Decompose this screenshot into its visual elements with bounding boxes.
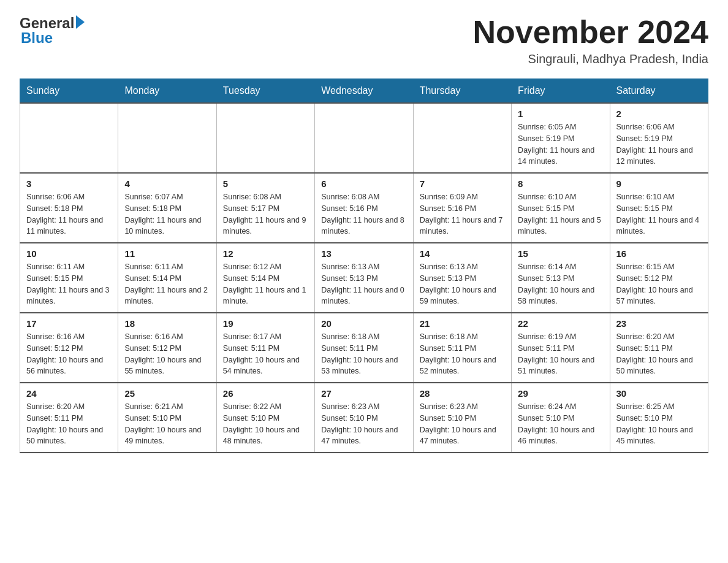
calendar-week-row: 24 Sunrise: 6:20 AMSunset: 5:11 PMDaylig…: [20, 383, 708, 453]
weekday-header: Saturday: [610, 79, 708, 104]
day-info: Sunrise: 6:25 AMSunset: 5:10 PMDaylight:…: [616, 401, 702, 447]
calendar-cell: 11 Sunrise: 6:11 AMSunset: 5:14 PMDaylig…: [118, 243, 216, 313]
day-number: 2: [616, 109, 702, 119]
day-info: Sunrise: 6:06 AMSunset: 5:18 PMDaylight:…: [26, 191, 112, 237]
day-info: Sunrise: 6:24 AMSunset: 5:10 PMDaylight:…: [518, 401, 603, 447]
calendar-cell: 16 Sunrise: 6:15 AMSunset: 5:12 PMDaylig…: [610, 243, 708, 313]
day-info: Sunrise: 6:12 AMSunset: 5:14 PMDaylight:…: [223, 261, 308, 307]
day-info: Sunrise: 6:23 AMSunset: 5:10 PMDaylight:…: [321, 401, 406, 447]
calendar-cell: 23 Sunrise: 6:20 AMSunset: 5:11 PMDaylig…: [610, 313, 708, 383]
day-info: Sunrise: 6:11 AMSunset: 5:14 PMDaylight:…: [124, 261, 210, 307]
day-info: Sunrise: 6:18 AMSunset: 5:11 PMDaylight:…: [420, 331, 505, 377]
day-number: 22: [518, 318, 603, 329]
calendar-cell: 20 Sunrise: 6:18 AMSunset: 5:11 PMDaylig…: [315, 313, 413, 383]
day-info: Sunrise: 6:13 AMSunset: 5:13 PMDaylight:…: [420, 261, 505, 307]
calendar-cell: 7 Sunrise: 6:09 AMSunset: 5:16 PMDayligh…: [413, 173, 511, 243]
day-number: 15: [518, 248, 603, 259]
location-title: Singrauli, Madhya Pradesh, India: [473, 52, 708, 66]
day-number: 28: [420, 388, 505, 399]
day-number: 20: [321, 318, 406, 329]
day-info: Sunrise: 6:23 AMSunset: 5:10 PMDaylight:…: [420, 401, 505, 447]
weekday-header: Thursday: [413, 79, 511, 104]
day-info: Sunrise: 6:17 AMSunset: 5:11 PMDaylight:…: [223, 331, 308, 377]
day-number: 9: [616, 178, 702, 189]
calendar-cell: 8 Sunrise: 6:10 AMSunset: 5:15 PMDayligh…: [512, 173, 610, 243]
weekday-header: Sunday: [20, 79, 118, 104]
calendar-cell: 19 Sunrise: 6:17 AMSunset: 5:11 PMDaylig…: [216, 313, 314, 383]
calendar-cell: 12 Sunrise: 6:12 AMSunset: 5:14 PMDaylig…: [216, 243, 314, 313]
day-number: 19: [223, 318, 308, 329]
calendar-cell: [315, 103, 413, 173]
day-number: 25: [124, 388, 210, 399]
day-number: 13: [321, 248, 406, 259]
calendar-cell: 10 Sunrise: 6:11 AMSunset: 5:15 PMDaylig…: [20, 243, 118, 313]
day-info: Sunrise: 6:07 AMSunset: 5:18 PMDaylight:…: [124, 191, 210, 237]
calendar-cell: 9 Sunrise: 6:10 AMSunset: 5:15 PMDayligh…: [610, 173, 708, 243]
calendar-week-row: 1 Sunrise: 6:05 AMSunset: 5:19 PMDayligh…: [20, 103, 708, 173]
month-title: November 2024: [473, 15, 708, 50]
day-info: Sunrise: 6:13 AMSunset: 5:13 PMDaylight:…: [321, 261, 406, 307]
calendar-cell: 26 Sunrise: 6:22 AMSunset: 5:10 PMDaylig…: [216, 383, 314, 453]
calendar-cell: 2 Sunrise: 6:06 AMSunset: 5:19 PMDayligh…: [610, 103, 708, 173]
day-info: Sunrise: 6:06 AMSunset: 5:19 PMDaylight:…: [616, 121, 702, 167]
day-info: Sunrise: 6:11 AMSunset: 5:15 PMDaylight:…: [26, 261, 112, 307]
calendar-cell: 14 Sunrise: 6:13 AMSunset: 5:13 PMDaylig…: [413, 243, 511, 313]
day-number: 21: [420, 318, 505, 329]
weekday-header-row: SundayMondayTuesdayWednesdayThursdayFrid…: [20, 79, 708, 104]
day-number: 12: [223, 248, 308, 259]
day-info: Sunrise: 6:08 AMSunset: 5:17 PMDaylight:…: [223, 191, 308, 237]
calendar-week-row: 10 Sunrise: 6:11 AMSunset: 5:15 PMDaylig…: [20, 243, 708, 313]
day-number: 18: [124, 318, 210, 329]
day-info: Sunrise: 6:09 AMSunset: 5:16 PMDaylight:…: [420, 191, 505, 237]
day-number: 5: [223, 178, 308, 189]
calendar-cell: [20, 103, 118, 173]
calendar-week-row: 17 Sunrise: 6:16 AMSunset: 5:12 PMDaylig…: [20, 313, 708, 383]
calendar-cell: [216, 103, 314, 173]
logo: General Blue: [20, 15, 85, 47]
calendar-cell: 5 Sunrise: 6:08 AMSunset: 5:17 PMDayligh…: [216, 173, 314, 243]
calendar-table: SundayMondayTuesdayWednesdayThursdayFrid…: [20, 79, 708, 453]
day-info: Sunrise: 6:18 AMSunset: 5:11 PMDaylight:…: [321, 331, 406, 377]
day-info: Sunrise: 6:15 AMSunset: 5:12 PMDaylight:…: [616, 261, 702, 307]
day-number: 3: [26, 178, 112, 189]
calendar-cell: 27 Sunrise: 6:23 AMSunset: 5:10 PMDaylig…: [315, 383, 413, 453]
day-info: Sunrise: 6:14 AMSunset: 5:13 PMDaylight:…: [518, 261, 603, 307]
day-number: 14: [420, 248, 505, 259]
title-area: November 2024 Singrauli, Madhya Pradesh,…: [473, 15, 708, 66]
day-number: 29: [518, 388, 603, 399]
header: General Blue November 2024 Singrauli, Ma…: [20, 15, 708, 66]
weekday-header: Friday: [512, 79, 610, 104]
calendar-cell: 4 Sunrise: 6:07 AMSunset: 5:18 PMDayligh…: [118, 173, 216, 243]
weekday-header: Tuesday: [216, 79, 314, 104]
day-info: Sunrise: 6:21 AMSunset: 5:10 PMDaylight:…: [124, 401, 210, 447]
day-info: Sunrise: 6:10 AMSunset: 5:15 PMDaylight:…: [616, 191, 702, 237]
day-number: 8: [518, 178, 603, 189]
day-number: 1: [518, 109, 603, 119]
calendar-cell: 22 Sunrise: 6:19 AMSunset: 5:11 PMDaylig…: [512, 313, 610, 383]
calendar-cell: 15 Sunrise: 6:14 AMSunset: 5:13 PMDaylig…: [512, 243, 610, 313]
calendar-cell: 1 Sunrise: 6:05 AMSunset: 5:19 PMDayligh…: [512, 103, 610, 173]
day-info: Sunrise: 6:20 AMSunset: 5:11 PMDaylight:…: [26, 401, 112, 447]
calendar-cell: 21 Sunrise: 6:18 AMSunset: 5:11 PMDaylig…: [413, 313, 511, 383]
calendar-cell: 18 Sunrise: 6:16 AMSunset: 5:12 PMDaylig…: [118, 313, 216, 383]
day-info: Sunrise: 6:16 AMSunset: 5:12 PMDaylight:…: [26, 331, 112, 377]
day-number: 17: [26, 318, 112, 329]
day-number: 4: [124, 178, 210, 189]
day-info: Sunrise: 6:10 AMSunset: 5:15 PMDaylight:…: [518, 191, 603, 237]
day-number: 11: [124, 248, 210, 259]
calendar-cell: 17 Sunrise: 6:16 AMSunset: 5:12 PMDaylig…: [20, 313, 118, 383]
day-number: 7: [420, 178, 505, 189]
day-number: 24: [26, 388, 112, 399]
logo-blue-text: Blue: [21, 29, 85, 47]
logo-triangle-icon: [76, 15, 85, 29]
calendar-cell: 6 Sunrise: 6:08 AMSunset: 5:16 PMDayligh…: [315, 173, 413, 243]
calendar-cell: 30 Sunrise: 6:25 AMSunset: 5:10 PMDaylig…: [610, 383, 708, 453]
calendar-cell: 28 Sunrise: 6:23 AMSunset: 5:10 PMDaylig…: [413, 383, 511, 453]
day-info: Sunrise: 6:19 AMSunset: 5:11 PMDaylight:…: [518, 331, 603, 377]
calendar-cell: 3 Sunrise: 6:06 AMSunset: 5:18 PMDayligh…: [20, 173, 118, 243]
calendar-cell: 13 Sunrise: 6:13 AMSunset: 5:13 PMDaylig…: [315, 243, 413, 313]
calendar-cell: 24 Sunrise: 6:20 AMSunset: 5:11 PMDaylig…: [20, 383, 118, 453]
day-number: 30: [616, 388, 702, 399]
day-number: 16: [616, 248, 702, 259]
day-number: 6: [321, 178, 406, 189]
